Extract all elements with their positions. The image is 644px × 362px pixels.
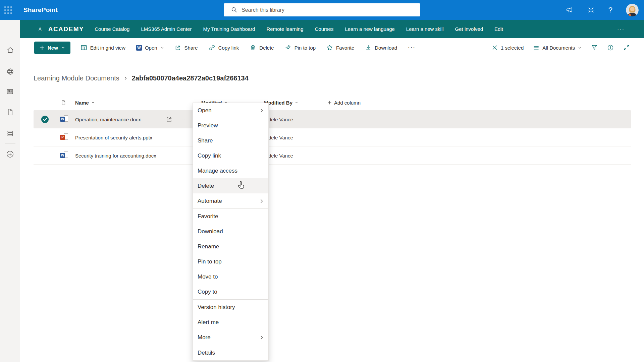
menu-item-version-history[interactable]: Version history (193, 300, 268, 315)
modified-by-value: Adele Vance (265, 116, 293, 122)
table-row[interactable]: PPresentation of security alerts.pptxAde… (34, 128, 631, 146)
search-input[interactable]: Search this library (224, 3, 420, 16)
nav-item-my-training-dashboard[interactable]: My Training Dashboard (203, 26, 255, 32)
selected-check-icon[interactable] (41, 116, 49, 123)
column-header-name[interactable]: Name (75, 100, 95, 105)
pin-to-top-button[interactable]: Pin to top (285, 44, 316, 51)
nav-item-courses[interactable]: Courses (315, 26, 334, 32)
menu-item-preview[interactable]: Preview (193, 118, 268, 133)
news-icon[interactable] (0, 83, 20, 100)
breadcrumb: Learning Module Documents 2abfa050070a4e… (34, 73, 644, 83)
search-placeholder: Search this library (241, 7, 284, 13)
clear-selection-button[interactable]: 1 selected (492, 45, 524, 51)
favorite-label: Favorite (336, 45, 354, 51)
app-launcher-icon[interactable] (0, 0, 16, 20)
nav-item-learn-a-new-skill[interactable]: Learn a new skill (406, 26, 444, 32)
nav-item-get-involved[interactable]: Get involved (455, 26, 483, 32)
share-label: Share (184, 45, 198, 51)
nav-overflow-icon[interactable]: ··· (617, 26, 625, 32)
menu-item-delete[interactable]: Delete (193, 178, 268, 193)
menu-item-share[interactable]: Share (193, 133, 268, 148)
file-name[interactable]: Security training for accounting.docx (75, 153, 156, 158)
table-row[interactable]: WSecurity training for accounting.docxAd… (34, 146, 631, 165)
share-icon (175, 44, 181, 51)
list-body: WOperation, maintenance.docx···Adele Van… (34, 110, 631, 165)
download-icon (365, 44, 372, 51)
copy-link-button[interactable]: Copy link (209, 44, 239, 51)
list-icon (533, 45, 539, 51)
new-button[interactable]: New (34, 42, 70, 54)
chevron-down-icon (578, 46, 582, 50)
menu-item-copy-link[interactable]: Copy link (193, 148, 268, 163)
add-circle-icon[interactable] (0, 146, 20, 162)
favorite-button[interactable]: Favorite (326, 44, 354, 51)
table-row[interactable]: WOperation, maintenance.docx···Adele Van… (34, 110, 631, 128)
menu-item-more[interactable]: More (193, 330, 268, 345)
download-button[interactable]: Download (365, 44, 397, 51)
command-bar: New Edit in grid view W Open Share (20, 38, 644, 57)
modified-by-value: Adele Vance (265, 153, 293, 158)
row-more-icon[interactable]: ··· (181, 116, 189, 122)
add-column-button[interactable]: Add column (327, 100, 361, 105)
menu-item-details[interactable]: Details (193, 345, 268, 360)
view-selector[interactable]: All Documents (533, 45, 582, 51)
help-icon[interactable]: ? (608, 6, 612, 14)
nav-item-remote-learning[interactable]: Remote learning (266, 26, 303, 32)
hand-cursor-icon (237, 181, 246, 191)
powerpoint-file-icon: P (60, 133, 68, 141)
file-name[interactable]: Operation, maintenance.docx (75, 116, 141, 122)
open-button[interactable]: W Open (136, 45, 164, 51)
info-icon (607, 44, 614, 51)
chevron-down-icon (91, 101, 95, 104)
filter-button[interactable] (591, 44, 598, 51)
menu-item-manage-access[interactable]: Manage access (193, 163, 268, 178)
menu-item-move-to[interactable]: Move to (193, 269, 268, 284)
selection-status: 1 selected (501, 45, 524, 51)
copy-link-label: Copy link (218, 45, 239, 51)
menu-item-automate[interactable]: Automate (193, 193, 268, 208)
avatar[interactable] (626, 4, 639, 16)
file-name[interactable]: Presentation of security alerts.pptx (75, 134, 152, 140)
list-header: Name Modified Modified By Add column (34, 95, 631, 110)
submenu-chevron-icon (259, 199, 264, 203)
expand-icon (623, 44, 630, 51)
nav-item-edit[interactable]: Edit (494, 26, 503, 32)
site-nav: A ACADEMY Course CatalogLMS365 Admin Cen… (20, 20, 644, 38)
menu-item-copy-to[interactable]: Copy to (193, 284, 268, 299)
word-file-icon: W (60, 115, 68, 123)
chevron-down-icon (295, 101, 298, 104)
site-logo[interactable]: A (39, 26, 42, 32)
menu-item-download[interactable]: Download (193, 224, 268, 239)
menu-item-pin-to-top[interactable]: Pin to top (193, 254, 268, 269)
site-nav-items: Course CatalogLMS365 Admin CenterMy Trai… (95, 26, 503, 32)
submenu-chevron-icon (259, 108, 264, 113)
document-icon[interactable] (0, 104, 20, 120)
library-icon[interactable] (0, 125, 20, 141)
nav-item-lms365-admin-center[interactable]: LMS365 Admin Center (141, 26, 192, 32)
edit-grid-view-button[interactable]: Edit in grid view (80, 44, 125, 51)
command-overflow-icon[interactable]: ··· (408, 44, 416, 51)
settings-gear-icon[interactable] (587, 6, 595, 14)
fullscreen-button[interactable] (623, 44, 630, 51)
menu-item-favorite[interactable]: Favorite (193, 209, 268, 224)
site-title[interactable]: ACADEMY (48, 25, 84, 33)
home-icon[interactable] (0, 42, 20, 58)
share-row-icon[interactable] (166, 116, 173, 123)
delete-button[interactable]: Delete (250, 44, 274, 51)
info-button[interactable] (607, 44, 614, 51)
nav-item-course-catalog[interactable]: Course Catalog (95, 26, 129, 32)
delete-label: Delete (259, 45, 274, 51)
content-area: New Edit in grid view W Open Share (20, 38, 644, 362)
megaphone-icon[interactable] (566, 6, 574, 14)
globe-icon[interactable] (0, 63, 20, 79)
app-title[interactable]: SharePoint (23, 6, 58, 14)
menu-item-rename[interactable]: Rename (193, 239, 268, 254)
breadcrumb-parent[interactable]: Learning Module Documents (34, 74, 119, 82)
file-type-column-icon[interactable] (60, 100, 66, 106)
menu-item-open[interactable]: Open (193, 103, 268, 118)
column-header-modified-by[interactable]: Modified By (264, 100, 298, 105)
funnel-icon (591, 44, 598, 51)
menu-item-alert-me[interactable]: Alert me (193, 315, 268, 330)
share-button[interactable]: Share (175, 44, 198, 51)
nav-item-learn-a-new-language[interactable]: Learn a new language (345, 26, 394, 32)
